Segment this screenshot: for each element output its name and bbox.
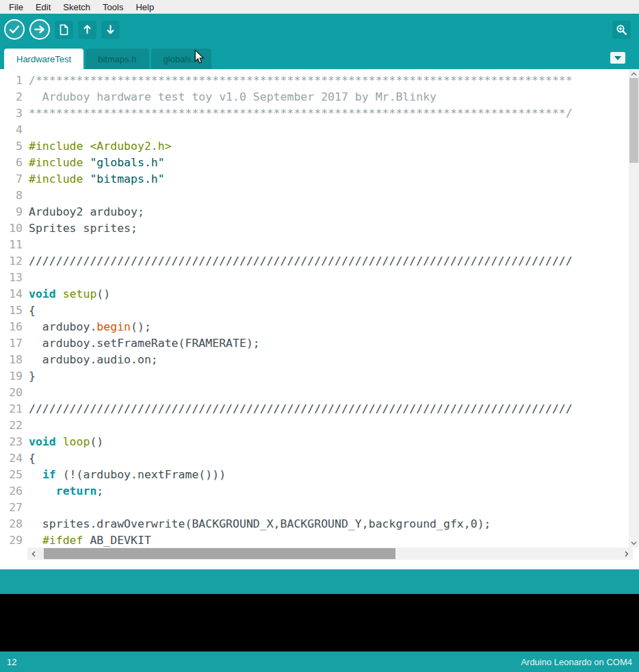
code-text [23, 417, 29, 434]
code-line: 18 arduboy.audio.on; [0, 352, 639, 368]
code-text: /***************************************… [23, 73, 573, 89]
serial-monitor-button[interactable] [612, 21, 631, 39]
code-line: 28 sprites.drawOverwrite(BACKGROUND_X,BA… [0, 516, 639, 532]
code-line: 22 [0, 417, 639, 434]
line-number: 29 [0, 532, 23, 547]
code-line: 13 [0, 270, 639, 286]
line-number: 28 [0, 516, 23, 532]
line-number: 27 [0, 500, 23, 516]
code-text [23, 385, 29, 401]
line-number: 22 [0, 417, 23, 434]
code-editor[interactable]: 1/**************************************… [0, 69, 639, 547]
code-line: 23void loop() [0, 434, 639, 450]
code-text: arduboy.audio.on; [23, 352, 158, 368]
code-text: ////////////////////////////////////////… [23, 401, 573, 417]
tab-bitmaps-h[interactable]: bitmaps.h [86, 49, 148, 69]
code-line: 19} [0, 368, 639, 385]
line-number: 2 [0, 89, 23, 105]
line-number: 21 [0, 401, 23, 417]
line-number: 23 [0, 434, 23, 450]
arduino-ide-window: FileEditSketchToolsHelp [0, 0, 639, 672]
line-number: 8 [0, 188, 23, 204]
code-line: 9Arduboy2 arduboy; [0, 204, 639, 220]
line-number: 24 [0, 450, 23, 467]
scroll-right-button[interactable] [621, 547, 633, 560]
code-text [23, 188, 29, 204]
arrow-right-icon [34, 25, 45, 34]
menu-item-file[interactable]: File [3, 0, 29, 14]
line-number: 14 [0, 286, 23, 302]
menu-item-tools[interactable]: Tools [96, 0, 129, 14]
line-number: 1 [0, 73, 23, 89]
horizontal-scrollbar[interactable] [27, 547, 633, 560]
line-number: 3 [0, 105, 23, 122]
magnifier-plus-icon [616, 24, 627, 36]
code-line: 15{ [0, 302, 639, 319]
code-text: { [23, 302, 36, 319]
horizontal-scrollbar-thumb[interactable] [44, 548, 395, 559]
verify-button[interactable] [4, 19, 25, 40]
line-number: 16 [0, 319, 23, 335]
editor-bottom-gap [0, 560, 639, 569]
current-line-indicator: 12 [7, 657, 16, 667]
open-sketch-button[interactable] [78, 21, 96, 39]
vertical-scrollbar-thumb[interactable] [629, 78, 638, 163]
code-text [23, 237, 29, 253]
code-line: 12//////////////////////////////////////… [0, 253, 639, 270]
code-line: 16 arduboy.begin(); [0, 319, 639, 335]
code-text: ****************************************… [23, 105, 573, 122]
line-number: 5 [0, 138, 23, 155]
tab-list-dropdown-button[interactable] [610, 52, 625, 64]
code-text: } [23, 368, 36, 385]
board-port-label: Arduino Leonardo on COM4 [521, 657, 632, 667]
code-line: 1/**************************************… [0, 73, 639, 89]
code-line: 3***************************************… [0, 105, 639, 122]
line-number: 11 [0, 237, 23, 253]
code-text: Arduboy hardware test toy v1.0 September… [23, 89, 436, 105]
code-text: if (!(arduboy.nextFrame())) [23, 467, 226, 483]
tab-hardwaretest[interactable]: HardwareTest [4, 49, 83, 69]
upload-button[interactable] [29, 19, 50, 40]
vertical-scrollbar[interactable] [629, 69, 639, 547]
code-text [23, 270, 29, 286]
line-number: 26 [0, 483, 23, 500]
new-sketch-button[interactable] [55, 21, 73, 39]
code-text [23, 122, 29, 138]
horizontal-scrollbar-track[interactable] [40, 547, 621, 560]
code-text: #ifdef AB_DEVKIT [23, 532, 151, 547]
code-text: Arduboy2 arduboy; [23, 204, 144, 220]
arrow-down-icon [105, 24, 116, 35]
code-line: 8 [0, 188, 639, 204]
tab-bar: HardwareTestbitmaps.hglobals.h [0, 45, 639, 69]
line-number: 4 [0, 122, 23, 138]
scroll-up-button[interactable] [629, 69, 639, 78]
code-text: void setup() [23, 286, 110, 302]
code-text: sprites.drawOverwrite(BACKGROUND_X,BACKG… [23, 516, 491, 532]
menu-item-help[interactable]: Help [129, 0, 160, 14]
code-line: 6#include "globals.h" [0, 155, 639, 171]
code-text: Sprites sprites; [23, 220, 138, 237]
code-line: 7#include "bitmaps.h" [0, 171, 639, 188]
line-number: 17 [0, 335, 23, 352]
tab-globals-h[interactable]: globals.h [151, 49, 211, 69]
code-line: 26 return; [0, 483, 639, 500]
code-line: 20 [0, 385, 639, 401]
menu-item-sketch[interactable]: Sketch [57, 0, 96, 14]
code-text: arduboy.setFrameRate(FRAMERATE); [23, 335, 260, 352]
line-number: 12 [0, 253, 23, 270]
line-number: 10 [0, 220, 23, 237]
code-lines: 1/**************************************… [0, 69, 639, 547]
save-button[interactable] [101, 21, 120, 39]
code-line: 17 arduboy.setFrameRate(FRAMERATE); [0, 335, 639, 352]
line-number: 18 [0, 352, 23, 368]
scroll-down-button[interactable] [629, 539, 639, 547]
scroll-left-button[interactable] [27, 547, 40, 560]
arrow-up-icon [82, 24, 92, 35]
chevron-down-icon [614, 56, 621, 60]
menu-item-edit[interactable]: Edit [29, 0, 57, 14]
line-number: 7 [0, 171, 23, 188]
code-text: arduboy.begin(); [23, 319, 151, 335]
toolbar [0, 14, 639, 45]
code-line: 2 Arduboy hardware test toy v1.0 Septemb… [0, 89, 639, 105]
line-number: 19 [0, 368, 23, 385]
